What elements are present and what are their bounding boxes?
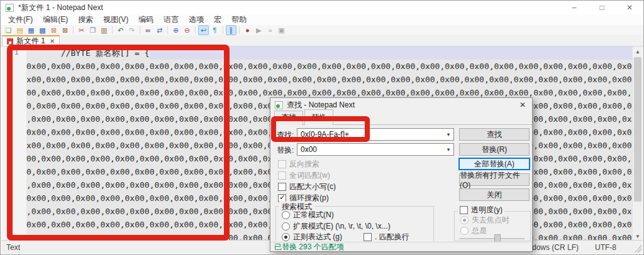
match-case-checkbox-icon[interactable]: [278, 183, 286, 191]
save-macro-button[interactable]: ▣: [276, 25, 287, 35]
dialog-close-icon[interactable]: ✕: [513, 98, 532, 112]
dialog-app-icon: [275, 101, 283, 109]
menu-item-macro[interactable]: 宏: [209, 14, 226, 25]
indent-guide-button[interactable]: ∥: [226, 25, 236, 35]
dialog-status-text: 已替换 293 个匹配项: [270, 242, 532, 251]
normal-mode-radio-icon[interactable]: [282, 211, 290, 219]
show-all-characters-icon: ¶: [213, 27, 217, 34]
toolbar-separator: [140, 26, 140, 34]
find-input[interactable]: 0x[0-9A-Fa-f]+ ▾: [297, 128, 454, 141]
new-file-icon: ❏: [6, 27, 12, 34]
menu-item-edit[interactable]: 编辑(E): [38, 14, 73, 25]
menu-item-encoding[interactable]: 编码: [133, 14, 158, 25]
replace-icon: ⇄: [157, 27, 162, 34]
find-dialog: 查找 - Notepad Next ✕ 查找 替换 查找: 0x[0-9A-Fa…: [270, 97, 533, 252]
copy-button[interactable]: ❐: [87, 25, 98, 35]
menu-item-search[interactable]: 搜索: [73, 14, 98, 25]
encoding-status[interactable]: UTF-8: [595, 243, 616, 252]
minimize-button[interactable]: –: [560, 1, 588, 14]
toolbar: ❏▤▦▩⊠⊠✂❐▥↶↷∞⇄⊕⊖↩¶∥●▶»▣: [1, 25, 643, 35]
toolbar-separator: [112, 26, 113, 34]
scroll-up-icon[interactable]: ▲: [633, 46, 643, 57]
replace-all-button[interactable]: 全部替换(A): [458, 158, 530, 170]
menu-item-settings[interactable]: 选项: [184, 14, 209, 25]
zoom-in-button[interactable]: ⊕: [170, 25, 181, 35]
word-wrap-button[interactable]: ↩: [198, 25, 209, 35]
replace-all-open-files-button[interactable]: 替换所有打开文件(O): [459, 173, 530, 186]
transparency-slider: [459, 238, 525, 239]
find-icon: ∞: [146, 27, 151, 34]
dot-matches-newline-checkbox-icon[interactable]: [364, 233, 372, 241]
save-all-icon: ▩: [39, 27, 45, 34]
cut-button[interactable]: ✂: [76, 25, 87, 35]
extended-mode-radio-icon[interactable]: [282, 222, 290, 231]
record-macro-button[interactable]: ●: [242, 25, 253, 35]
save-macro-icon: ▣: [278, 27, 284, 34]
app-icon: [6, 4, 14, 12]
redo-icon: ↷: [129, 27, 135, 34]
find-value[interactable]: 0x[0-9A-Fa-f]+: [297, 130, 443, 139]
extended-mode-radio[interactable]: 扩展模式(E) (\n, \r, \t, \0, \x...): [282, 221, 391, 232]
normal-mode-radio[interactable]: 正常模式(N): [282, 210, 334, 220]
tab-close-icon[interactable]: ✕: [50, 38, 55, 45]
paste-button[interactable]: ▥: [99, 25, 109, 35]
editor-line-1-text: //BYTE 新名称[] = {: [26, 46, 150, 60]
close-button[interactable]: ✕: [616, 1, 643, 14]
close-all-button[interactable]: ⊠: [60, 25, 70, 35]
open-file-icon: ▤: [16, 27, 23, 34]
dialog-tab-strip: 查找 替换: [270, 112, 532, 125]
show-all-characters-button[interactable]: ¶: [209, 25, 220, 35]
replace-value[interactable]: 0x00: [297, 145, 443, 154]
play-macro-button[interactable]: ▶: [253, 25, 264, 35]
resize-grip: [634, 245, 641, 252]
run-macro-multiple-button[interactable]: »: [265, 25, 275, 35]
menu-item-help[interactable]: 帮助: [226, 14, 252, 25]
new-file-button[interactable]: ❏: [3, 25, 14, 35]
save-file-button[interactable]: ▦: [26, 25, 36, 35]
dialog-tab-replace[interactable]: 替换: [304, 109, 333, 125]
save-all-button[interactable]: ▩: [37, 25, 48, 35]
menu-item-language[interactable]: 语言: [158, 14, 184, 25]
menu-item-file[interactable]: 文件(F): [3, 14, 38, 25]
close-file-button[interactable]: ⊠: [48, 25, 59, 35]
word-wrap-icon: ↩: [201, 27, 206, 34]
tab-new-file-1[interactable]: 新文件 1 ✕: [2, 35, 60, 46]
find-button[interactable]: ∞: [143, 25, 153, 35]
tab-label: 新文件 1: [16, 36, 45, 46]
replace-button[interactable]: ⇄: [154, 25, 165, 35]
transparency-checkbox[interactable]: 透明度(y): [458, 205, 504, 215]
dialog-tab-find[interactable]: 查找: [274, 111, 303, 125]
vertical-scrollbar[interactable]: ▲ ▼: [632, 46, 643, 241]
editor-line-1: //BYTE 新名称[] = {: [26, 46, 632, 60]
menu-item-view[interactable]: 视图(V): [98, 14, 133, 25]
always-radio: 总是: [460, 225, 487, 236]
undo-button[interactable]: ↶: [115, 25, 126, 35]
maximize-button[interactable]: □: [588, 1, 616, 14]
redo-button[interactable]: ↷: [126, 25, 137, 35]
on-losing-focus-radio: 失去焦点时: [460, 215, 509, 225]
always-radio-icon: [460, 227, 469, 235]
regex-mode-radio[interactable]: 正则表达式 (g): [282, 232, 342, 242]
find-chevron-down-icon[interactable]: ▾: [443, 131, 453, 138]
regex-mode-radio-icon[interactable]: [282, 233, 290, 241]
close-file-icon: ⊠: [51, 27, 57, 34]
replace-input[interactable]: 0x00 ▾: [297, 143, 454, 156]
close-dialog-button[interactable]: 关闭: [459, 188, 530, 201]
match-case-checkbox[interactable]: 匹配大小写(c): [278, 182, 336, 192]
dot-matches-newline-checkbox[interactable]: . 匹配换行: [364, 232, 409, 242]
record-macro-icon: ●: [245, 27, 250, 34]
toolbar-separator: [167, 26, 168, 34]
play-macro-icon: ▶: [256, 27, 261, 34]
tab-bar: 新文件 1 ✕: [1, 35, 643, 46]
scrollbar-thumb[interactable]: [634, 57, 641, 202]
replace-chevron-down-icon[interactable]: ▾: [443, 146, 453, 153]
open-file-button[interactable]: ▤: [14, 25, 25, 35]
line-number-margin: 1: [1, 46, 26, 241]
zoom-in-icon: ⊕: [173, 27, 179, 34]
editor-line-wrap: x00,0x00,0x00,0x00,0x00,0x00,0x00,0x00,0…: [26, 73, 632, 86]
toolbar-separator: [239, 26, 240, 34]
zoom-out-button[interactable]: ⊖: [182, 25, 192, 35]
find-button[interactable]: 查找: [459, 128, 530, 141]
replace-button[interactable]: 替换(R): [459, 143, 530, 156]
transparency-checkbox-icon[interactable]: [460, 206, 468, 214]
